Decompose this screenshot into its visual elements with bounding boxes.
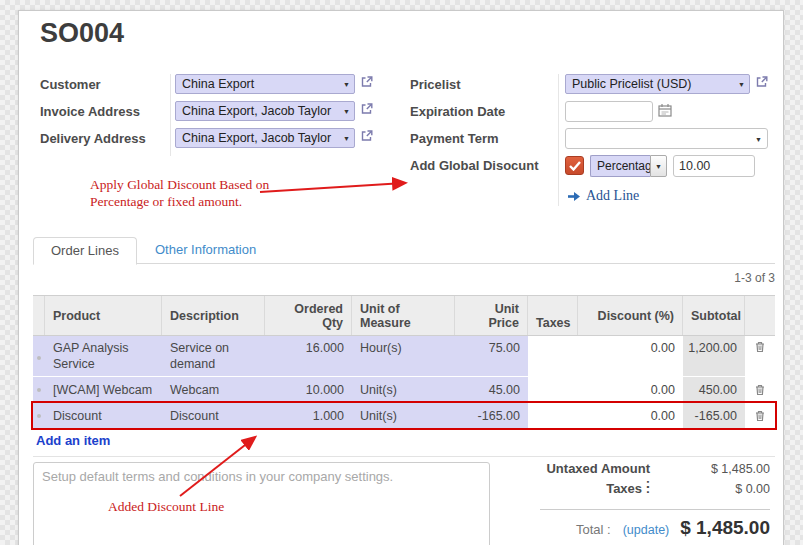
cell-qty: 1.000 <box>265 403 352 428</box>
delete-row-icon[interactable] <box>745 336 775 376</box>
form-left-column: Customer China Export▼ Invoice Address C… <box>40 74 385 155</box>
open-record-icon[interactable] <box>360 129 374 143</box>
cell-description: Service on demand <box>162 336 265 376</box>
pricelist-value: Public Pricelist (USD) <box>572 77 691 91</box>
discount-amount-input[interactable] <box>673 155 755 177</box>
chevron-down-icon: ▼ <box>755 136 762 143</box>
drag-handle[interactable] <box>33 403 45 428</box>
order-lines-table: Product Description Ordered Qty Unit of … <box>33 295 775 429</box>
cell-discount: 0.00 <box>578 336 683 376</box>
totals-panel: Untaxed Amount : $ 1,485.00 Taxes : $ 0.… <box>540 461 770 539</box>
open-record-icon[interactable] <box>360 102 374 116</box>
chevron-down-icon: ▼ <box>343 81 350 88</box>
tab-order-lines[interactable]: Order Lines <box>33 237 137 265</box>
delivery-address-label: Delivery Address <box>40 128 175 146</box>
customer-select[interactable]: China Export▼ <box>175 74 355 94</box>
column-header-discount: Discount (%) <box>578 296 683 335</box>
global-discount-checkbox[interactable] <box>565 156 584 175</box>
delete-column-header <box>745 296 775 335</box>
chevron-down-icon: ▼ <box>738 81 745 88</box>
calendar-icon[interactable] <box>658 103 673 118</box>
discount-type-value: Percentage <box>590 155 650 177</box>
column-header-taxes: Taxes <box>528 296 578 335</box>
order-line-row-discount[interactable]: Discount Discount 1.000 Unit(s) -165.00 … <box>33 403 775 429</box>
notebook-tabs: Order Lines Other Information <box>33 237 775 264</box>
drag-handle-icon <box>37 356 41 360</box>
order-line-row[interactable]: GAP Analysis Service Service on demand 1… <box>33 336 775 377</box>
delivery-address-value: China Export, Jacob Taylor <box>182 131 331 145</box>
add-line-link[interactable]: Add Line <box>567 188 775 204</box>
cell-taxes <box>528 377 578 402</box>
cell-subtotal: 450.00 <box>683 377 745 402</box>
divider <box>540 509 770 510</box>
order-line-row[interactable]: [WCAM] Webcam Webcam 10.000 Unit(s) 45.0… <box>33 377 775 403</box>
cell-uom: Unit(s) <box>352 403 455 428</box>
drag-handle-icon <box>37 388 41 392</box>
annotation-line: Apply Global Discount Based on <box>90 176 269 193</box>
customer-label: Customer <box>40 74 175 92</box>
cell-description: Discount <box>162 403 265 428</box>
add-line-label: Add Line <box>586 188 639 204</box>
discount-type-dropdown-button[interactable]: ▼ <box>650 155 667 177</box>
total-label: Total : <box>576 522 611 537</box>
cell-product: GAP Analysis Service <box>45 336 162 376</box>
annotation-added-discount-line: Added Discount Line <box>108 498 224 515</box>
pagination-counter: 1-3 of 3 <box>734 271 775 285</box>
cell-qty: 10.000 <box>265 377 352 402</box>
cell-discount: 0.00 <box>578 377 683 402</box>
delete-row-icon[interactable] <box>745 377 775 402</box>
table-header-row: Product Description Ordered Qty Unit of … <box>33 295 775 336</box>
taxes-value: $ 0.00 <box>650 482 770 496</box>
divider <box>33 456 775 457</box>
pricelist-select[interactable]: Public Pricelist (USD)▼ <box>565 74 750 94</box>
open-record-icon[interactable] <box>360 75 374 89</box>
taxes-label: Taxes : <box>540 481 650 496</box>
tab-other-information[interactable]: Other Information <box>139 237 272 264</box>
cell-unit-price: 75.00 <box>455 336 528 376</box>
open-record-icon[interactable] <box>755 75 769 89</box>
column-header-unit-of-measure: Unit of Measure <box>352 296 455 335</box>
invoice-address-label: Invoice Address <box>40 101 175 119</box>
check-icon <box>569 161 581 171</box>
payment-term-label: Payment Term <box>410 128 565 146</box>
cell-description: Webcam <box>162 377 265 402</box>
page-title: SO004 <box>40 18 124 49</box>
invoice-address-value: China Export, Jacob Taylor <box>182 104 331 118</box>
cell-subtotal: -165.00 <box>683 403 745 428</box>
delivery-address-select[interactable]: China Export, Jacob Taylor▼ <box>175 128 355 148</box>
cell-product: [WCAM] Webcam <box>45 377 162 402</box>
total-value: $ 1,485.00 <box>669 517 770 539</box>
cell-unit-price: 45.00 <box>455 377 528 402</box>
expiration-date-input[interactable] <box>565 101 653 122</box>
annotation-line: Percentage or fixed amount. <box>90 193 269 210</box>
cell-unit-price: -165.00 <box>455 403 528 428</box>
delete-row-icon[interactable] <box>745 403 775 428</box>
update-total-link[interactable]: (update) <box>623 523 670 537</box>
discount-type-select[interactable]: Percentage ▼ <box>590 155 667 177</box>
untaxed-amount-value: $ 1,485.00 <box>650 462 770 476</box>
invoice-address-select[interactable]: China Export, Jacob Taylor▼ <box>175 101 355 121</box>
column-header-unit-price: Unit Price <box>455 296 528 335</box>
cell-product: Discount <box>45 403 162 428</box>
chevron-down-icon: ▼ <box>343 135 350 142</box>
column-header-description: Description <box>162 296 265 335</box>
cell-discount: 0.00 <box>578 403 683 428</box>
expiration-date-label: Expiration Date <box>410 101 565 119</box>
payment-term-select[interactable]: ▼ <box>565 128 768 149</box>
terms-and-conditions-textarea[interactable] <box>33 462 490 545</box>
drag-handle-icon <box>37 414 41 418</box>
cell-taxes <box>528 403 578 428</box>
handle-column-header <box>33 296 45 335</box>
global-discount-label: Add Global Disocunt <box>410 155 565 173</box>
drag-handle[interactable] <box>33 336 45 376</box>
add-an-item-link[interactable]: Add an item <box>36 433 110 448</box>
column-header-ordered-qty: Ordered Qty <box>265 296 352 335</box>
drag-handle[interactable] <box>33 377 45 402</box>
cell-qty: 16.000 <box>265 336 352 376</box>
customer-value: China Export <box>182 77 254 91</box>
chevron-down-icon: ▼ <box>343 108 350 115</box>
cell-taxes <box>528 336 578 376</box>
cell-subtotal: 1,200.00 <box>683 336 745 376</box>
cell-uom: Unit(s) <box>352 377 455 402</box>
chevron-down-icon: ▼ <box>655 163 662 170</box>
